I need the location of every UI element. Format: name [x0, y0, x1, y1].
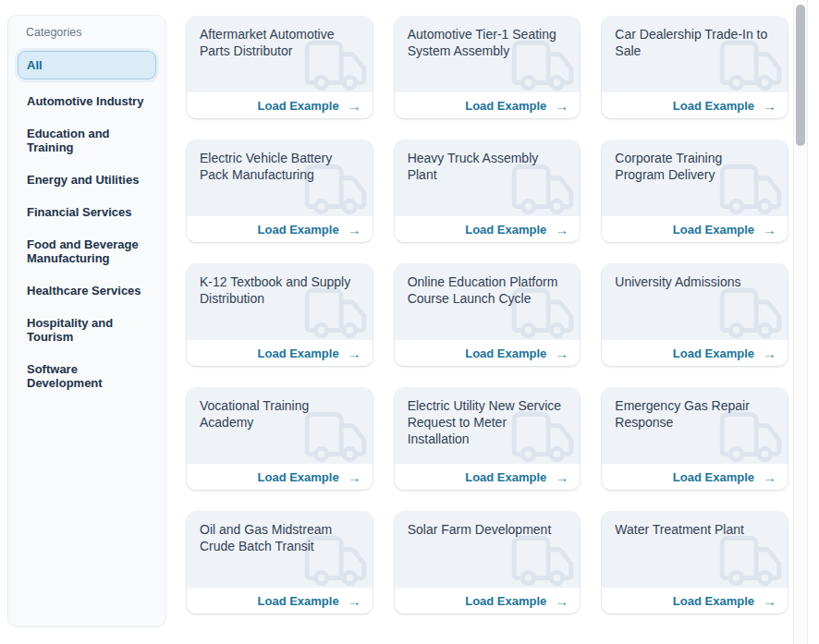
load-example-label: Load Example [673, 594, 754, 608]
load-example-label: Load Example [673, 223, 754, 237]
load-example-label: Load Example [465, 99, 546, 113]
example-card-title: University Admissions [615, 273, 775, 290]
arrow-right-icon: → [555, 593, 568, 607]
sidebar-item-automotive-industry[interactable]: Automotive Industry [18, 89, 156, 114]
load-example-label: Load Example [673, 346, 754, 360]
load-example-link[interactable]: Load Example → [258, 470, 361, 484]
example-card-body: Car Dealership Trade-In to Sale [602, 17, 788, 92]
example-card: Emergency Gas Repair Response Load Examp… [602, 388, 788, 490]
example-card-body: Aftermarket Automotive Parts Distributor [187, 17, 373, 92]
load-example-label: Load Example [673, 99, 754, 113]
sidebar-item-software-development[interactable]: Software Development [18, 357, 156, 395]
load-example-link[interactable]: Load Example → [673, 594, 776, 608]
load-example-link[interactable]: Load Example → [465, 223, 568, 237]
example-card: Electric Vehicle Battery Pack Manufactur… [187, 140, 373, 242]
examples-grid: Aftermarket Automotive Parts Distributor… [187, 17, 788, 614]
example-card-title: Heavy Truck Assembly Plant [408, 150, 568, 183]
example-card-title: Car Dealership Trade-In to Sale [615, 26, 775, 59]
sidebar-item-energy-and-utilities[interactable]: Energy and Utilities [18, 167, 156, 192]
load-example-label: Load Example [258, 223, 339, 237]
sidebar-item-education-and-training[interactable]: Education and Training [18, 121, 156, 160]
vertical-scrollbar-thumb[interactable] [796, 5, 805, 146]
load-example-link[interactable]: Load Example → [465, 346, 568, 360]
arrow-right-icon: → [348, 222, 361, 236]
example-card-body: Oil and Gas Midstream Crude Batch Transi… [187, 512, 373, 588]
example-card-title: Water Treatment Plant [615, 521, 775, 538]
load-example-link[interactable]: Load Example → [258, 346, 361, 360]
sidebar-item-healthcare-services[interactable]: Healthcare Services [18, 278, 156, 303]
load-example-link[interactable]: Load Example → [673, 470, 776, 484]
arrow-right-icon: → [763, 593, 776, 607]
example-card: Heavy Truck Assembly Plant Load Example … [395, 140, 581, 242]
arrow-right-icon: → [348, 469, 361, 483]
arrow-right-icon: → [763, 346, 776, 359]
example-card-body: University Admissions [602, 264, 788, 340]
example-card-body: Online Education Platform Course Launch … [395, 264, 581, 340]
load-example-label: Load Example [465, 346, 546, 360]
sidebar-item-financial-services[interactable]: Financial Services [18, 200, 156, 225]
example-card-body: K-12 Textbook and Supply Distribution [187, 264, 373, 340]
load-example-link[interactable]: Load Example → [673, 346, 776, 360]
example-card-title: Emergency Gas Repair Response [615, 397, 775, 431]
categories-sidebar: Categories All Automotive Industry Educa… [7, 15, 166, 627]
arrow-right-icon: → [763, 222, 776, 236]
arrow-right-icon: → [555, 98, 568, 112]
example-card-title: Solar Farm Development [408, 521, 568, 538]
load-example-label: Load Example [673, 470, 754, 484]
load-example-label: Load Example [465, 470, 546, 484]
example-card-title: Electric Utility New Service Request to … [408, 397, 568, 447]
vertical-scrollbar-track[interactable] [793, 0, 808, 644]
example-card-title: Oil and Gas Midstream Crude Batch Transi… [200, 521, 360, 554]
sidebar-item-food-and-beverage-manufacturing[interactable]: Food and Beverage Manufacturing [18, 232, 156, 271]
example-card-body: Electric Utility New Service Request to … [395, 388, 581, 464]
load-example-link[interactable]: Load Example → [465, 594, 568, 608]
example-card: Online Education Platform Course Launch … [395, 264, 581, 366]
load-example-label: Load Example [465, 223, 546, 237]
example-card-body: Heavy Truck Assembly Plant [395, 140, 581, 216]
load-example-link[interactable]: Load Example → [258, 223, 361, 237]
example-card-body: Emergency Gas Repair Response [602, 388, 788, 464]
load-example-link[interactable]: Load Example → [258, 594, 361, 608]
example-card-body: Water Treatment Plant [602, 512, 788, 588]
example-card-title: K-12 Textbook and Supply Distribution [200, 273, 360, 307]
sidebar-title: Categories [18, 26, 156, 39]
example-card-title: Automotive Tier-1 Seating System Assembl… [408, 26, 568, 59]
example-card: Vocational Training Academy Load Example… [187, 388, 373, 490]
example-card-title: Corporate Training Program Delivery [615, 150, 775, 183]
arrow-right-icon: → [348, 346, 361, 359]
load-example-link[interactable]: Load Example → [465, 99, 568, 113]
example-card: Solar Farm Development Load Example → [395, 512, 581, 614]
load-example-link[interactable]: Load Example → [258, 99, 361, 113]
example-card: K-12 Textbook and Supply Distribution Lo… [187, 264, 373, 366]
load-example-label: Load Example [258, 470, 339, 484]
example-card-title: Vocational Training Academy [200, 397, 360, 431]
example-card: Water Treatment Plant Load Example → [602, 512, 788, 614]
example-card-body: Electric Vehicle Battery Pack Manufactur… [187, 140, 373, 216]
load-example-link[interactable]: Load Example → [465, 470, 568, 484]
load-example-label: Load Example [258, 594, 339, 608]
arrow-right-icon: → [763, 98, 776, 112]
example-card-body: Corporate Training Program Delivery [602, 140, 788, 216]
example-card-title: Aftermarket Automotive Parts Distributor [200, 26, 360, 59]
example-card-body: Vocational Training Academy [187, 388, 373, 464]
sidebar-item-all[interactable]: All [18, 51, 156, 79]
arrow-right-icon: → [555, 346, 568, 359]
load-example-label: Load Example [258, 346, 339, 360]
example-card: Electric Utility New Service Request to … [395, 388, 581, 490]
example-card-title: Online Education Platform Course Launch … [408, 273, 568, 307]
load-example-link[interactable]: Load Example → [673, 223, 776, 237]
load-example-label: Load Example [465, 594, 546, 608]
sidebar-item-hospitality-and-tourism[interactable]: Hospitality and Tourism [18, 310, 156, 349]
example-card: Oil and Gas Midstream Crude Batch Transi… [187, 512, 373, 614]
load-example-label: Load Example [258, 99, 339, 113]
arrow-right-icon: → [555, 469, 568, 483]
example-card-title: Electric Vehicle Battery Pack Manufactur… [200, 150, 360, 183]
example-card-body: Automotive Tier-1 Seating System Assembl… [395, 17, 581, 92]
example-card-body: Solar Farm Development [395, 512, 581, 588]
example-card: Car Dealership Trade-In to Sale Load Exa… [602, 17, 788, 118]
arrow-right-icon: → [763, 469, 776, 483]
example-card: Automotive Tier-1 Seating System Assembl… [395, 17, 581, 118]
arrow-right-icon: → [348, 593, 361, 607]
example-card: Corporate Training Program Delivery Load… [602, 140, 788, 242]
load-example-link[interactable]: Load Example → [673, 99, 776, 113]
